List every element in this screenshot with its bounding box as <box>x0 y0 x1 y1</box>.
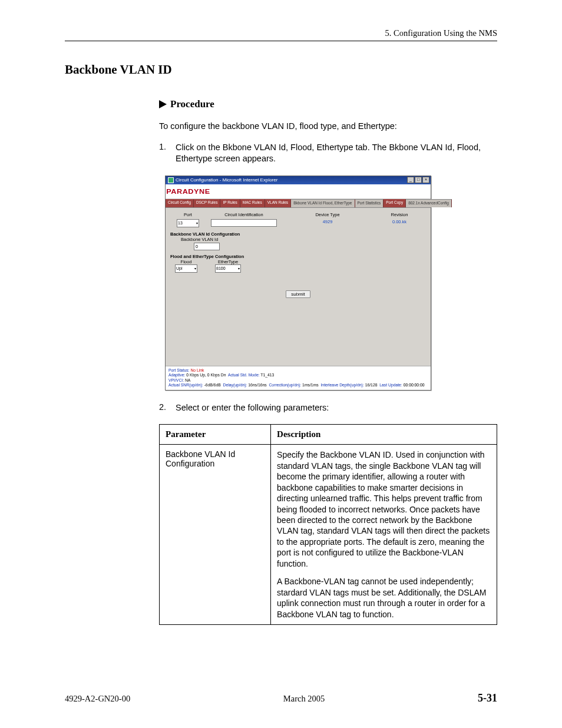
backbone-vlan-section-title: Backbone VLAN Id Configuration <box>170 231 426 237</box>
triangle-icon <box>159 100 167 108</box>
col-circuit-id: Circuit Identification <box>206 212 282 217</box>
table-row: Backbone VLAN Id Configuration Specify t… <box>160 445 497 625</box>
ethertype-select[interactable]: 8100▾ <box>215 264 241 273</box>
tab-8021x[interactable]: 802.1x AdvancedConfig <box>406 199 452 207</box>
header-rule <box>65 41 497 41</box>
doc-number: 4929-A2-GN20-00 <box>65 694 130 704</box>
port-select[interactable]: 13▾ <box>177 219 199 227</box>
maximize-button[interactable]: □ <box>415 177 422 183</box>
tab-ip-rules[interactable]: IP Rules <box>220 199 240 207</box>
tab-dscp-rules[interactable]: DSCP Rules <box>194 199 220 207</box>
step-1: 1. Click on the Bkbone VLAN Id, Flood, E… <box>159 142 497 165</box>
brand-logo: PARADYNE <box>166 188 210 195</box>
device-type-value: 4929 <box>282 219 373 228</box>
brand-bar: PARADYNE <box>166 184 431 199</box>
param-desc: Specify the Backbone VLAN ID. Used in co… <box>271 445 497 625</box>
revision-value: 0.00.kk <box>373 219 426 228</box>
section-title: Backbone VLAN ID <box>65 62 497 77</box>
screenshot-window: Circuit Configuration - Microsoft Intern… <box>165 176 431 391</box>
tab-mac-rules[interactable]: MAC Rules <box>240 199 265 207</box>
intro-text: To configure the backbone VLAN ID, flood… <box>159 121 497 133</box>
window-controls: _ □ × <box>407 177 429 183</box>
step-number: 1. <box>159 142 170 165</box>
tab-vlan-rules[interactable]: VLAN Rules <box>265 199 291 207</box>
tab-port-copy[interactable]: Port Copy <box>384 199 406 207</box>
minimize-button[interactable]: _ <box>407 177 414 183</box>
tab-bkbone-vlan[interactable]: Bkbone VLAN Id Flood, EtherType <box>291 199 355 207</box>
chapter-header: 5. Configuration Using the NMS <box>65 28 497 38</box>
submit-button[interactable]: submit <box>286 290 310 298</box>
page-footer: 4929-A2-GN20-00 March 2005 5-31 <box>65 692 497 704</box>
table-header-description: Description <box>271 425 497 445</box>
tab-circuit-config[interactable]: Circuit Config <box>166 199 194 207</box>
window-title: Circuit Configuration - Microsoft Intern… <box>176 177 277 183</box>
col-port: Port <box>170 212 206 217</box>
window-titlebar: Circuit Configuration - Microsoft Intern… <box>166 176 431 184</box>
col-revision: Revision <box>373 212 426 217</box>
doc-date: March 2005 <box>283 694 325 704</box>
tab-port-statistics[interactable]: Port Statistics <box>355 199 384 207</box>
step-2: 2. Select or enter the following paramet… <box>159 402 497 414</box>
table-header-parameter: Parameter <box>160 425 271 445</box>
backbone-vlan-label: Backbone VLAN Id <box>181 237 426 242</box>
param-name: Backbone VLAN Id Configuration <box>160 445 271 625</box>
step-text: Click on the Bkbone VLAN Id, Flood, Ethe… <box>176 142 497 165</box>
close-button[interactable]: × <box>422 177 429 183</box>
tab-bar: Circuit Config DSCP Rules IP Rules MAC R… <box>166 199 431 208</box>
col-device-type: Device Type <box>282 212 373 217</box>
status-bar: Port Status: No Link Adaptive: 0 Kbps Up… <box>166 366 431 390</box>
page-number: 5-31 <box>478 692 497 704</box>
circuit-id-input[interactable] <box>211 219 277 227</box>
parameter-table: Parameter Description Backbone VLAN Id C… <box>159 424 497 625</box>
flood-select[interactable]: Upl▾ <box>175 264 197 273</box>
flood-ethertype-section-title: Flood and EtherType Configuration <box>170 254 426 259</box>
ethertype-label: EtherType <box>215 259 241 264</box>
procedure-heading: Procedure <box>159 98 497 110</box>
app-icon <box>168 177 174 183</box>
backbone-vlan-input[interactable]: 0 <box>194 243 220 250</box>
procedure-label: Procedure <box>170 98 214 110</box>
step-number: 2. <box>159 402 170 414</box>
step-text: Select or enter the following parameters… <box>176 402 497 414</box>
flood-label: Flood <box>175 259 197 264</box>
config-area: Port Circuit Identification Device Type … <box>166 208 431 366</box>
